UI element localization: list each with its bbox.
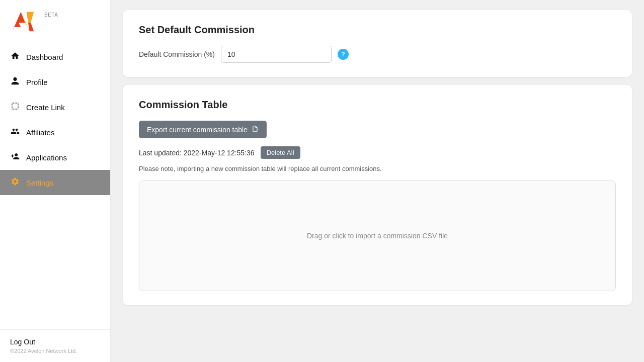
logo-icon [10,9,40,34]
delete-all-button[interactable]: Delete All [261,146,300,159]
import-note: Please note, importing a new commission … [139,165,616,172]
sidebar-item-label: Profile [26,78,48,86]
drop-zone-text: Drag or click to import a commission CSV… [307,232,448,240]
link-icon [10,102,20,113]
person-add-icon [10,152,20,163]
commission-label: Default Commission (%) [139,50,215,58]
commission-card-title: Set Default Commission [139,24,616,36]
svg-marker-2 [27,12,34,23]
sidebar-item-create-link[interactable]: Create Link [0,95,110,120]
sidebar: BETA Dashboard Profile Create Link [0,0,111,362]
sidebar-item-profile[interactable]: Profile [0,69,110,95]
export-button[interactable]: Export current commission table [139,121,267,138]
person-icon [10,76,20,87]
copyright-text: ©2022 Avelon Network Ltd. [10,348,100,354]
sidebar-item-applications[interactable]: Applications [0,145,110,170]
sidebar-item-label: Create Link [26,103,65,112]
beta-label: BETA [44,12,58,18]
gear-icon [10,177,20,188]
commission-card: Set Default Commission Default Commissio… [123,10,632,77]
commission-table-card: Commission Table Export current commissi… [123,85,632,305]
commission-form-row: Default Commission (%) ? [139,46,616,63]
svg-marker-3 [28,23,34,31]
sidebar-item-dashboard[interactable]: Dashboard [0,44,110,69]
last-updated-text: Last updated: 2022-May-12 12:55:36 [139,149,255,157]
sidebar-item-label: Dashboard [26,53,63,61]
sidebar-item-label: Affiliates [26,128,54,137]
file-icon [252,125,259,134]
logout-button[interactable]: Log Out [10,338,100,346]
commission-table-title: Commission Table [139,99,616,111]
sidebar-item-label: Applications [26,153,67,162]
sidebar-item-settings[interactable]: Settings [0,170,110,195]
logo-area: BETA [0,0,110,44]
export-button-label: Export current commission table [147,126,248,134]
svg-marker-0 [12,12,25,32]
sidebar-footer: Log Out ©2022 Avelon Network Ltd. [0,329,110,362]
nav-list: Dashboard Profile Create Link Affiliates [0,44,110,329]
main-content: Set Default Commission Default Commissio… [111,0,644,362]
last-updated-row: Last updated: 2022-May-12 12:55:36 Delet… [139,146,616,159]
sidebar-item-label: Settings [26,178,53,187]
help-icon[interactable]: ? [338,49,349,60]
commission-input[interactable] [221,46,332,63]
csv-drop-zone[interactable]: Drag or click to import a commission CSV… [139,180,616,291]
sidebar-item-affiliates[interactable]: Affiliates [0,120,110,145]
house-icon [10,51,20,62]
people-icon [10,127,20,138]
